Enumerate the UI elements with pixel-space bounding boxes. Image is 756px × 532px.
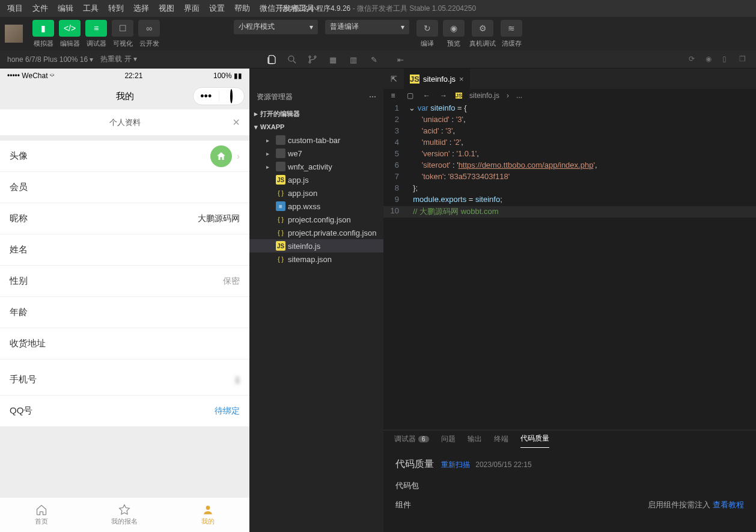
tree-item-app-wxss[interactable]: ≡app.wxss (249, 200, 383, 213)
bookmark-icon[interactable]: ▢ (405, 91, 415, 100)
refresh-icon[interactable]: ⟳ (689, 55, 698, 64)
editor-button[interactable]: </>编辑器 (59, 20, 81, 48)
tree-item-project-config-json[interactable]: { }project.config.json (249, 213, 383, 226)
layout-icon[interactable]: ▥ (346, 52, 361, 67)
js-icon: JS (410, 75, 419, 84)
panel-tab-quality[interactable]: 代码质量 (520, 433, 549, 448)
search-icon[interactable] (285, 52, 299, 67)
form-nickname[interactable]: 昵称大鹏源码网 (0, 203, 249, 234)
tab-my-signup[interactable]: 我的报名 (83, 498, 166, 532)
form-member[interactable]: 会员 (0, 172, 249, 203)
form-avatar[interactable]: 头像 › (0, 141, 249, 172)
tab-actions-icon[interactable]: ⇱ (383, 69, 404, 89)
close-tab-icon[interactable]: × (459, 75, 464, 84)
tree-item-project-private-config-json[interactable]: { }project.private.config.json (249, 226, 383, 239)
sim-subheader: 个人资料 × (0, 109, 249, 136)
quality-title: 代码质量 (395, 458, 434, 471)
panel-tab-debugger[interactable]: 调试器6 (394, 434, 429, 448)
cloud-button[interactable]: ∞云开发 (138, 20, 160, 48)
hot-reload-toggle[interactable]: 热重载 开 ▾ (100, 54, 137, 64)
branch-icon[interactable] (305, 52, 320, 67)
menu-help[interactable]: 帮助 (230, 3, 255, 14)
tree-item-app-json[interactable]: { }app.json (249, 186, 383, 200)
menu-tool[interactable]: 工具 (78, 3, 103, 14)
rescan-link[interactable]: 重新扫描 (441, 460, 470, 469)
capsule-button[interactable]: ••• (193, 87, 245, 105)
menu-bar: 项目 文件 编辑 工具 转到 选择 视图 界面 设置 帮助 微信开发者工具 活动… (0, 0, 756, 17)
more-icon[interactable]: ⋯ (369, 93, 376, 101)
clear-cache-button[interactable]: ≋清缓存 (501, 20, 522, 48)
form-gender[interactable]: 性别保密 (0, 266, 249, 297)
toggle-icon[interactable]: ≡ (388, 91, 398, 100)
battery-icon: ▮▮ (234, 72, 242, 80)
editor-tab-siteinfo[interactable]: JS siteinfo.js × (404, 69, 470, 89)
editor: ⇱ JS siteinfo.js × ≡ ▢ ← → JS siteinfo.j… (383, 69, 756, 532)
code-area[interactable]: 1⌄ var siteinfo = {2 'uniacid' : '3',3 '… (383, 102, 756, 430)
code-package-label: 代码包 (395, 480, 744, 491)
menu-interface[interactable]: 界面 (179, 3, 204, 14)
extensions-icon[interactable]: ▦ (326, 52, 340, 67)
device-select[interactable]: hone 6/7/8 Plus 100% 16 ▾ (7, 55, 93, 64)
form-name[interactable]: 姓名 (0, 234, 249, 266)
bottom-panel: 调试器6 问题 输出 终端 代码质量 代码质量 重新扫描 2023/05/15 … (383, 430, 756, 532)
forward-icon[interactable]: → (439, 91, 448, 100)
tree-item-siteinfo-js[interactable]: JSsiteinfo.js (249, 239, 383, 252)
tab-home[interactable]: 首页 (0, 498, 83, 532)
record-icon[interactable]: ◉ (706, 55, 715, 64)
sidebar-toggle-icon[interactable]: ⇤ (393, 52, 407, 67)
back-icon[interactable]: ← (422, 91, 431, 100)
project-section[interactable]: ▾WXAPP (249, 120, 383, 133)
form-phone[interactable]: 手机号1 (0, 364, 249, 396)
editor-tabs: ⇱ JS siteinfo.js × (383, 69, 756, 89)
menu-settings[interactable]: 设置 (204, 3, 230, 14)
form-address[interactable]: 收货地址 (0, 328, 249, 359)
debugger-button[interactable]: ≡调试器 (85, 20, 107, 48)
tab-mine[interactable]: 我的 (166, 498, 249, 532)
user-avatar[interactable] (5, 25, 23, 43)
component-label: 组件 (395, 500, 411, 510)
simulator-button[interactable]: ▮模拟器 (32, 20, 54, 48)
menu-project[interactable]: 项目 (2, 3, 28, 14)
remote-debug-button[interactable]: ⚙真机调试 (469, 20, 496, 48)
close-capsule-icon[interactable] (219, 91, 245, 102)
panel-tab-problems[interactable]: 问题 (441, 434, 456, 448)
window-title: 活动报名小程序4.9.26 - 微信开发者工具 Stable 1.05.2204… (280, 4, 476, 14)
visual-button[interactable]: ☐可视化 (112, 20, 133, 48)
files-icon[interactable] (264, 52, 279, 67)
tutorial-link[interactable]: 查看教程 (713, 500, 744, 509)
chevron-right-icon: › (237, 151, 240, 161)
mode-select[interactable]: 小程序模式▾ (234, 20, 318, 34)
tab-bar: 首页 我的报名 我的 (0, 497, 249, 532)
menu-edit[interactable]: 编辑 (53, 3, 78, 14)
menu-goto[interactable]: 转到 (103, 3, 129, 14)
phone-icon[interactable]: ▯ (722, 55, 732, 64)
simulator: ••••• WeChat ⌔ 22:21 100% ▮▮ 我的 ••• 个人资料… (0, 69, 249, 532)
open-editors-section[interactable]: ▸打开的编辑器 (249, 107, 383, 120)
form-age[interactable]: 年龄 (0, 297, 249, 328)
menu-file[interactable]: 文件 (28, 3, 53, 14)
tree-item-sitemap-json[interactable]: { }sitemap.json (249, 252, 383, 266)
tree-item-we7[interactable]: ▸we7 (249, 147, 383, 160)
tree-item-app-js[interactable]: JSapp.js (249, 173, 383, 186)
paint-icon[interactable]: ✎ (367, 52, 381, 67)
preview-button[interactable]: ◉预览 (443, 20, 465, 48)
compile-button[interactable]: ↻编译 (416, 20, 438, 48)
scan-time: 2023/05/15 22:15 (475, 460, 531, 469)
breadcrumb: ≡ ▢ ← → JS siteinfo.js›... (383, 89, 756, 102)
menu-view[interactable]: 视图 (154, 3, 179, 14)
explorer: 资源管理器⋯ ▸打开的编辑器 ▾WXAPP ▸custom-tab-bar▸we… (249, 69, 383, 532)
close-icon[interactable]: × (233, 115, 240, 129)
more-icon[interactable]: ••• (194, 91, 219, 102)
menu-select[interactable]: 选择 (129, 3, 154, 14)
svg-point-0 (206, 506, 210, 510)
compile-select[interactable]: 普通编译▾ (325, 20, 409, 34)
toolbar: ▮模拟器 </>编辑器 ≡调试器 ☐可视化 ∞云开发 小程序模式▾ 普通编译▾ … (0, 17, 756, 50)
tree-item-wnfx_activity[interactable]: ▸wnfx_activity (249, 160, 383, 173)
sim-status-bar: ••••• WeChat ⌔ 22:21 100% ▮▮ (0, 69, 249, 83)
form-qq[interactable]: QQ号待绑定 (0, 396, 249, 427)
tree-item-custom-tab-bar[interactable]: ▸custom-tab-bar (249, 133, 383, 147)
panel-tab-output[interactable]: 输出 (468, 434, 482, 448)
avatar-icon (210, 145, 232, 167)
panel-tab-terminal[interactable]: 终端 (494, 434, 508, 448)
layout-icon[interactable]: ❐ (739, 55, 749, 64)
